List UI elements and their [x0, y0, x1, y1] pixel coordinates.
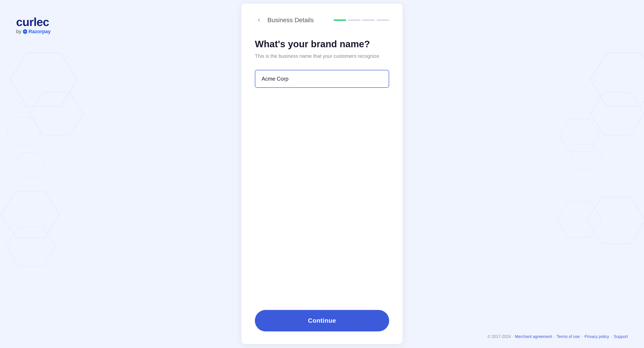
progress-steps [334, 20, 389, 21]
footer-links: © 2017-2024 · Merchant agreement · Terms… [487, 334, 628, 339]
svg-marker-0 [10, 53, 77, 106]
copyright-text: © 2017-2024 · [487, 334, 513, 339]
by-text: by [16, 29, 21, 35]
razorpay-logo: Razorpay [23, 29, 50, 35]
svg-marker-4 [15, 153, 46, 178]
dot-separator-3: · [611, 334, 612, 339]
dot-separator-1: · [554, 334, 555, 339]
main-card: Business Details What's your brand name?… [242, 4, 402, 344]
form-title: What's your brand name? [255, 39, 389, 50]
merchant-agreement-link[interactable]: Merchant agreement [515, 334, 552, 339]
form-subtitle: This is the business name that your cust… [255, 53, 389, 59]
svg-marker-9 [587, 197, 644, 244]
card-header: Business Details [255, 16, 389, 24]
svg-marker-10 [570, 145, 602, 170]
logo-by-line: by Razorpay [16, 29, 50, 35]
progress-step-2 [348, 20, 360, 21]
svg-marker-1 [30, 92, 83, 135]
progress-step-4 [376, 20, 389, 21]
support-link[interactable]: Support [614, 334, 628, 339]
dot-separator-2: · [582, 334, 583, 339]
razorpay-icon [23, 29, 27, 34]
curlec-logo: curlec [16, 16, 50, 28]
svg-marker-6 [590, 53, 644, 106]
section-title: Business Details [268, 17, 329, 24]
back-button[interactable] [255, 16, 263, 24]
progress-step-3 [362, 20, 375, 21]
svg-marker-3 [1, 191, 59, 238]
svg-marker-7 [590, 92, 644, 135]
privacy-policy-link[interactable]: Privacy policy [584, 334, 609, 339]
continue-btn-wrap: Continue [242, 301, 402, 344]
continue-button[interactable]: Continue [255, 310, 389, 331]
progress-step-1 [334, 20, 346, 21]
svg-marker-2 [6, 117, 42, 146]
terms-of-use-link[interactable]: Terms of use [557, 334, 580, 339]
logo-area: curlec by Razorpay [16, 16, 50, 35]
razorpay-text: Razorpay [28, 29, 50, 35]
svg-marker-8 [560, 119, 600, 151]
brand-name-input[interactable] [255, 70, 389, 88]
back-icon [257, 18, 261, 23]
